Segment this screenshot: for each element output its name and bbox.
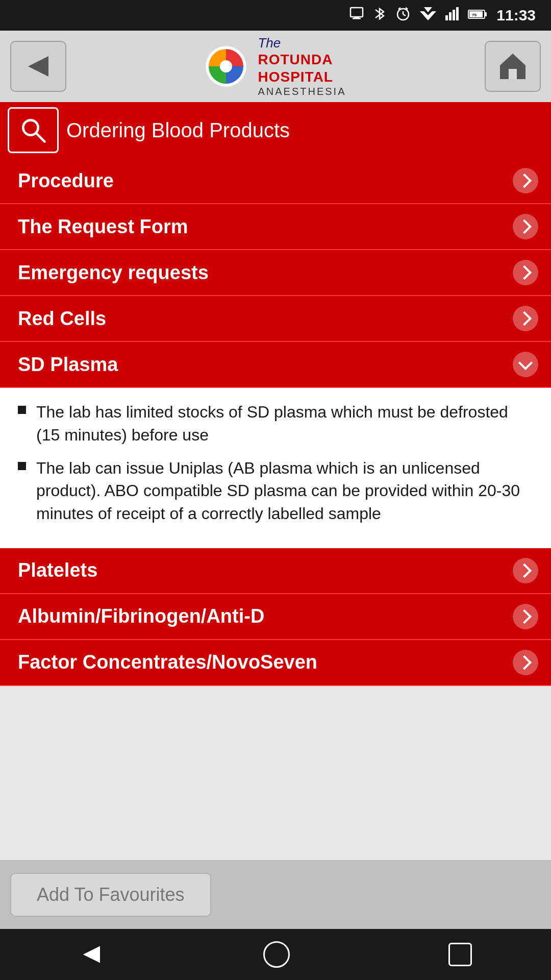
android-recents-icon — [448, 943, 472, 966]
albumin-chevron-right — [513, 604, 538, 629]
alarm-icon — [395, 6, 411, 25]
emergency-requests-chevron-right — [513, 260, 538, 285]
sd-plasma-text-2: The lab can issue Uniplas (AB plasma whi… — [36, 457, 533, 525]
request-form-chevron-right — [513, 214, 538, 239]
home-button[interactable] — [485, 41, 541, 92]
back-arrow-icon — [23, 51, 54, 82]
bluetooth-icon — [373, 6, 386, 26]
bullet-square-1 — [18, 406, 26, 414]
back-button[interactable] — [10, 41, 66, 92]
hospital-name-the: The — [258, 35, 346, 51]
hospital-logo-icon — [205, 45, 247, 88]
hospital-name-anaesthesia: ANAESTHESIA — [258, 85, 346, 97]
bottom-bar: Add To Favourites — [0, 860, 551, 929]
menu-item-red-cells[interactable]: Red Cells — [0, 296, 551, 342]
red-cells-chevron-right — [513, 306, 538, 331]
svg-marker-19 — [28, 56, 48, 77]
search-button[interactable] — [8, 107, 59, 153]
status-icons: 79 11:33 — [349, 6, 536, 26]
search-bar: Ordering Blood Products — [0, 102, 551, 158]
svg-rect-14 — [456, 7, 459, 20]
android-home-icon — [263, 941, 290, 968]
procedure-label: Procedure — [18, 170, 114, 192]
svg-rect-12 — [449, 12, 452, 20]
android-back-button[interactable] — [79, 942, 105, 967]
sd-plasma-bullet-1: The lab has limited stocks of SD plasma … — [18, 401, 533, 447]
albumin-label: Albumin/Fibrinogen/Anti-D — [18, 605, 264, 627]
sd-plasma-label: SD Plasma — [18, 354, 118, 376]
platelets-label: Platelets — [18, 559, 97, 581]
main-content: Procedure The Request Form Emergency req… — [0, 158, 551, 860]
svg-rect-0 — [350, 8, 363, 17]
svg-rect-23 — [509, 69, 517, 79]
svg-marker-26 — [84, 947, 99, 962]
svg-rect-11 — [445, 15, 448, 20]
menu-item-request-form[interactable]: The Request Form — [0, 204, 551, 250]
android-recents-button[interactable] — [448, 943, 472, 966]
request-form-label: The Request Form — [18, 216, 188, 238]
menu-item-sd-plasma[interactable]: SD Plasma — [0, 342, 551, 388]
menu-item-emergency-requests[interactable]: Emergency requests — [0, 250, 551, 296]
procedure-chevron-right — [513, 168, 538, 193]
hospital-logo: The ROTUNDA HOSPITAL ANAESTHESIA — [205, 35, 346, 97]
menu-item-platelets[interactable]: Platelets — [0, 548, 551, 594]
top-nav-bar: The ROTUNDA HOSPITAL ANAESTHESIA — [0, 31, 551, 102]
add-to-favourites-button[interactable]: Add To Favourites — [10, 873, 211, 917]
android-home-button[interactable] — [263, 941, 290, 968]
platelets-chevron-right — [513, 558, 538, 583]
svg-line-25 — [36, 133, 45, 142]
factor-concentrates-label: Factor Concentrates/NovoSeven — [18, 651, 317, 673]
search-icon — [19, 116, 47, 144]
svg-line-5 — [403, 14, 406, 16]
status-bar: 79 11:33 — [0, 0, 551, 31]
svg-rect-13 — [453, 10, 455, 20]
thumbnail-icon — [349, 7, 364, 24]
wifi-icon — [420, 7, 436, 24]
svg-point-21 — [220, 60, 232, 72]
battery-icon: 79 — [468, 8, 487, 23]
bullet-square-2 — [18, 462, 26, 470]
signal-icon — [445, 7, 459, 24]
svg-rect-17 — [485, 12, 487, 16]
status-time: 11:33 — [496, 7, 536, 24]
home-icon — [497, 51, 528, 82]
sd-plasma-bullet-2: The lab can issue Uniplas (AB plasma whi… — [18, 457, 533, 525]
sd-plasma-chevron-down — [513, 352, 538, 377]
hospital-name-hospital: HOSPITAL — [258, 68, 346, 86]
menu-item-albumin[interactable]: Albumin/Fibrinogen/Anti-D — [0, 594, 551, 640]
android-nav-bar — [0, 929, 551, 980]
factor-concentrates-chevron-right — [513, 650, 538, 675]
hospital-name-rotunda: ROTUNDA — [258, 51, 346, 68]
android-back-icon — [79, 942, 105, 967]
menu-item-factor-concentrates[interactable]: Factor Concentrates/NovoSeven — [0, 640, 551, 686]
emergency-requests-label: Emergency requests — [18, 262, 209, 284]
page-title: Ordering Blood Products — [66, 119, 290, 142]
hospital-name: The ROTUNDA HOSPITAL ANAESTHESIA — [258, 35, 346, 97]
svg-text:79: 79 — [472, 13, 477, 17]
menu-item-procedure[interactable]: Procedure — [0, 158, 551, 204]
sd-plasma-text-1: The lab has limited stocks of SD plasma … — [36, 401, 533, 447]
sd-plasma-expanded-content: The lab has limited stocks of SD plasma … — [0, 388, 551, 548]
red-cells-label: Red Cells — [18, 308, 106, 330]
svg-rect-2 — [353, 18, 361, 19]
